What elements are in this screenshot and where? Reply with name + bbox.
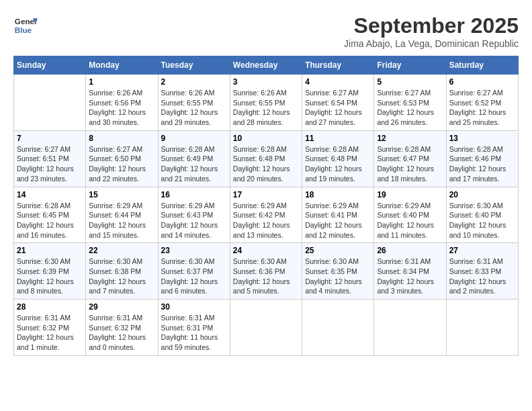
day-number: 29 — [89, 302, 154, 312]
day-info: Sunrise: 6:30 AM Sunset: 6:36 PM Dayligh… — [233, 257, 299, 296]
calendar-week-row: 14Sunrise: 6:28 AM Sunset: 6:45 PM Dayli… — [14, 187, 519, 243]
calendar-cell: 27Sunrise: 6:31 AM Sunset: 6:33 PM Dayli… — [446, 243, 518, 300]
calendar-cell: 29Sunrise: 6:31 AM Sunset: 6:32 PM Dayli… — [86, 300, 158, 356]
day-number: 9 — [161, 134, 227, 143]
day-info: Sunrise: 6:27 AM Sunset: 6:52 PM Dayligh… — [449, 88, 515, 128]
calendar-cell: 25Sunrise: 6:30 AM Sunset: 6:35 PM Dayli… — [302, 243, 374, 300]
dow-header: Thursday — [302, 56, 374, 75]
day-info: Sunrise: 6:27 AM Sunset: 6:53 PM Dayligh… — [377, 88, 443, 128]
day-number: 17 — [233, 190, 299, 199]
day-number: 19 — [377, 190, 443, 199]
day-info: Sunrise: 6:31 AM Sunset: 6:32 PM Dayligh… — [17, 313, 83, 353]
day-number: 12 — [377, 134, 443, 143]
dow-header: Wednesday — [230, 56, 302, 75]
svg-text:General: General — [15, 17, 38, 26]
title-block: September 2025 Jima Abajo, La Vega, Domi… — [344, 13, 519, 49]
day-info: Sunrise: 6:29 AM Sunset: 6:40 PM Dayligh… — [377, 201, 443, 240]
dow-header: Friday — [374, 56, 446, 75]
day-info: Sunrise: 6:28 AM Sunset: 6:49 PM Dayligh… — [161, 144, 227, 184]
day-number: 18 — [305, 190, 371, 199]
day-info: Sunrise: 6:30 AM Sunset: 6:37 PM Dayligh… — [161, 257, 227, 296]
calendar-week-row: 28Sunrise: 6:31 AM Sunset: 6:32 PM Dayli… — [14, 300, 519, 356]
day-info: Sunrise: 6:31 AM Sunset: 6:34 PM Dayligh… — [377, 257, 443, 296]
calendar-cell: 13Sunrise: 6:28 AM Sunset: 6:46 PM Dayli… — [446, 130, 518, 187]
day-info: Sunrise: 6:26 AM Sunset: 6:56 PM Dayligh… — [89, 88, 154, 128]
day-info: Sunrise: 6:29 AM Sunset: 6:41 PM Dayligh… — [305, 201, 371, 240]
day-info: Sunrise: 6:31 AM Sunset: 6:33 PM Dayligh… — [449, 257, 515, 296]
calendar-cell: 9Sunrise: 6:28 AM Sunset: 6:49 PM Daylig… — [158, 130, 230, 187]
dow-header: Saturday — [446, 56, 518, 75]
month-title: September 2025 — [344, 13, 519, 38]
calendar-cell: 4Sunrise: 6:27 AM Sunset: 6:54 PM Daylig… — [302, 75, 374, 131]
day-info: Sunrise: 6:31 AM Sunset: 6:32 PM Dayligh… — [89, 313, 154, 353]
calendar-cell — [446, 300, 518, 356]
calendar-week-row: 7Sunrise: 6:27 AM Sunset: 6:51 PM Daylig… — [14, 130, 519, 187]
day-info: Sunrise: 6:30 AM Sunset: 6:38 PM Dayligh… — [89, 257, 154, 296]
calendar-cell: 19Sunrise: 6:29 AM Sunset: 6:40 PM Dayli… — [374, 187, 446, 243]
day-number: 30 — [161, 302, 227, 312]
calendar-week-row: 21Sunrise: 6:30 AM Sunset: 6:39 PM Dayli… — [14, 243, 519, 300]
day-number: 7 — [17, 134, 83, 143]
calendar-cell: 21Sunrise: 6:30 AM Sunset: 6:39 PM Dayli… — [14, 243, 86, 300]
day-info: Sunrise: 6:28 AM Sunset: 6:48 PM Dayligh… — [233, 144, 299, 184]
dow-header: Sunday — [14, 56, 86, 75]
calendar-cell — [230, 300, 302, 356]
day-number: 5 — [377, 77, 443, 87]
calendar-cell: 5Sunrise: 6:27 AM Sunset: 6:53 PM Daylig… — [374, 75, 446, 131]
day-info: Sunrise: 6:28 AM Sunset: 6:47 PM Dayligh… — [377, 144, 443, 184]
day-number: 20 — [449, 190, 515, 199]
day-of-week-row: SundayMondayTuesdayWednesdayThursdayFrid… — [14, 56, 519, 75]
day-number: 2 — [161, 77, 227, 87]
day-info: Sunrise: 6:28 AM Sunset: 6:46 PM Dayligh… — [449, 144, 515, 184]
day-number: 14 — [17, 190, 83, 199]
calendar-cell: 30Sunrise: 6:31 AM Sunset: 6:31 PM Dayli… — [158, 300, 230, 356]
calendar-cell: 18Sunrise: 6:29 AM Sunset: 6:41 PM Dayli… — [302, 187, 374, 243]
day-info: Sunrise: 6:29 AM Sunset: 6:42 PM Dayligh… — [233, 201, 299, 240]
day-number: 21 — [17, 246, 83, 255]
calendar-cell: 12Sunrise: 6:28 AM Sunset: 6:47 PM Dayli… — [374, 130, 446, 187]
calendar-cell — [14, 75, 86, 131]
day-number: 15 — [89, 190, 154, 199]
day-number: 8 — [89, 134, 154, 143]
day-info: Sunrise: 6:28 AM Sunset: 6:45 PM Dayligh… — [17, 201, 83, 240]
day-info: Sunrise: 6:26 AM Sunset: 6:55 PM Dayligh… — [161, 88, 227, 128]
calendar-cell: 26Sunrise: 6:31 AM Sunset: 6:34 PM Dayli… — [374, 243, 446, 300]
day-number: 23 — [161, 246, 227, 255]
calendar-cell: 22Sunrise: 6:30 AM Sunset: 6:38 PM Dayli… — [86, 243, 158, 300]
logo: General Blue — [13, 13, 38, 38]
dow-header: Tuesday — [158, 56, 230, 75]
day-number: 25 — [305, 246, 371, 255]
calendar-cell: 3Sunrise: 6:26 AM Sunset: 6:55 PM Daylig… — [230, 75, 302, 131]
calendar-cell: 11Sunrise: 6:28 AM Sunset: 6:48 PM Dayli… — [302, 130, 374, 187]
day-number: 16 — [161, 190, 227, 199]
calendar-body: 1Sunrise: 6:26 AM Sunset: 6:56 PM Daylig… — [14, 75, 519, 356]
svg-text:Blue: Blue — [15, 26, 32, 34]
day-number: 4 — [305, 77, 371, 87]
day-info: Sunrise: 6:27 AM Sunset: 6:51 PM Dayligh… — [17, 144, 83, 184]
day-number: 26 — [377, 246, 443, 255]
day-number: 22 — [89, 246, 154, 255]
day-info: Sunrise: 6:29 AM Sunset: 6:44 PM Dayligh… — [89, 201, 154, 240]
day-number: 3 — [233, 77, 299, 87]
calendar-cell: 15Sunrise: 6:29 AM Sunset: 6:44 PM Dayli… — [86, 187, 158, 243]
calendar-cell: 23Sunrise: 6:30 AM Sunset: 6:37 PM Dayli… — [158, 243, 230, 300]
calendar-cell: 1Sunrise: 6:26 AM Sunset: 6:56 PM Daylig… — [86, 75, 158, 131]
calendar-cell: 28Sunrise: 6:31 AM Sunset: 6:32 PM Dayli… — [14, 300, 86, 356]
calendar-week-row: 1Sunrise: 6:26 AM Sunset: 6:56 PM Daylig… — [14, 75, 519, 131]
calendar-cell: 20Sunrise: 6:30 AM Sunset: 6:40 PM Dayli… — [446, 187, 518, 243]
calendar-cell: 14Sunrise: 6:28 AM Sunset: 6:45 PM Dayli… — [14, 187, 86, 243]
day-number: 28 — [17, 302, 83, 312]
calendar-cell: 10Sunrise: 6:28 AM Sunset: 6:48 PM Dayli… — [230, 130, 302, 187]
day-info: Sunrise: 6:27 AM Sunset: 6:50 PM Dayligh… — [89, 144, 154, 184]
day-info: Sunrise: 6:27 AM Sunset: 6:54 PM Dayligh… — [305, 88, 371, 128]
day-info: Sunrise: 6:31 AM Sunset: 6:31 PM Dayligh… — [161, 313, 227, 353]
day-number: 27 — [449, 246, 515, 255]
calendar-cell — [374, 300, 446, 356]
day-number: 10 — [233, 134, 299, 143]
day-number: 1 — [89, 77, 154, 87]
day-info: Sunrise: 6:30 AM Sunset: 6:40 PM Dayligh… — [449, 201, 515, 240]
calendar-cell: 6Sunrise: 6:27 AM Sunset: 6:52 PM Daylig… — [446, 75, 518, 131]
day-number: 11 — [305, 134, 371, 143]
day-info: Sunrise: 6:30 AM Sunset: 6:35 PM Dayligh… — [305, 257, 371, 296]
calendar-cell: 24Sunrise: 6:30 AM Sunset: 6:36 PM Dayli… — [230, 243, 302, 300]
